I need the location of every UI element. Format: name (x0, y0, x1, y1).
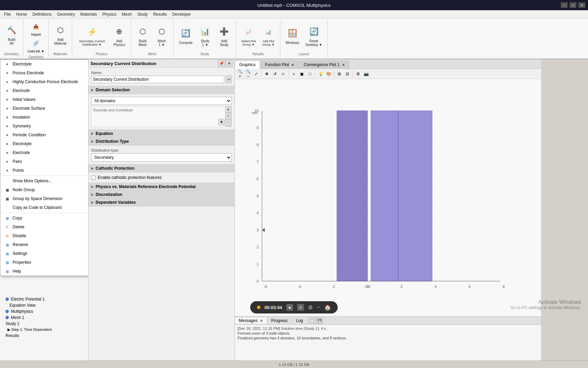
ctx-node-group[interactable]: ▦ Node Group (0, 185, 88, 194)
ctx-points[interactable]: ● Points (0, 166, 88, 175)
log-tab-progress[interactable]: Progress (267, 318, 292, 324)
menu-definitions[interactable]: Definitions (30, 11, 54, 17)
name-ok-button[interactable]: ⏎ (226, 76, 232, 83)
menu-mesh[interactable]: Mesh (119, 11, 134, 17)
ctx-electrolyte[interactable]: ● Electrolyte (0, 60, 88, 68)
cross-btn[interactable]: ✚ (218, 119, 225, 125)
reset-desktop-button[interactable]: 🔄 ResetDesktop ▼ (303, 22, 325, 50)
tree-equation-view[interactable]: Equation View (0, 302, 88, 308)
build-all-button[interactable]: 🔨 BuildAll (3, 21, 20, 48)
zoom-in-button[interactable]: 🔍+ (236, 70, 244, 78)
add-physics-button[interactable]: ⊕ AddPhysics (110, 22, 128, 50)
ctx-settings[interactable]: ▦ Settings (0, 249, 88, 258)
ctx-group-space[interactable]: ▦ Group by Space Dimension (0, 194, 88, 203)
mesh-1-button[interactable]: ⬡ Mesh1 ▼ (153, 22, 170, 50)
compute-button[interactable]: 🔄 Compute (176, 22, 195, 50)
tree-study1[interactable]: Study 1 (0, 321, 88, 327)
tab-graphics[interactable]: Graphics (235, 61, 260, 69)
side-btn-1[interactable]: ✦ (225, 107, 231, 113)
study-1-button[interactable]: 📊 Study1 ▼ (196, 22, 214, 50)
tab-convergence[interactable]: Convergence Plot 1 ✕ (299, 61, 349, 68)
tree-time-dependent[interactable]: ▶ Step 1: Time Dependent (0, 327, 88, 333)
domain-dropdown[interactable]: All domains (91, 97, 232, 105)
light-button[interactable]: 💡 (317, 70, 324, 78)
tab-function-close[interactable]: ✕ (291, 63, 294, 67)
ctx-pairs[interactable]: ● Pairs (0, 157, 88, 166)
grid-button[interactable]: ⊟ (344, 70, 351, 78)
ctx-copy[interactable]: ▦ Copy (0, 214, 88, 223)
build-mesh-button[interactable]: ⬡ BuildMesh (134, 22, 151, 50)
screenshot-button[interactable]: 📷 (362, 70, 370, 78)
ctx-rename[interactable]: ▦ Rename F2 (0, 240, 88, 249)
menu-geometry[interactable]: Geometry (54, 11, 78, 17)
add-material-button[interactable]: ⬡ AddMaterial (51, 21, 69, 48)
progress-minus-icon[interactable]: − (317, 304, 320, 310)
tree-multiphysics[interactable]: Multiphysics (0, 308, 88, 315)
ctx-electrode-surface[interactable]: ● Electrode Surface (0, 104, 88, 113)
menu-results[interactable]: Results (150, 11, 169, 17)
ctx-electrode-sub[interactable]: ● Electrode (0, 148, 88, 157)
menu-study[interactable]: Study (134, 11, 150, 17)
progress-pause-button[interactable]: ⏸ (297, 304, 304, 311)
ctx-periodic[interactable]: ● Periodic Condition (0, 131, 88, 139)
progress-settings-icon[interactable]: ⚙ (308, 304, 313, 311)
ctx-symmetry[interactable]: ● Symmetry (0, 122, 88, 131)
log-tab-messages[interactable]: Messages ✕ (235, 318, 267, 324)
zoom-out-button[interactable]: 🔍− (244, 70, 252, 78)
pan-button[interactable]: ✥ (263, 70, 271, 78)
side-btn-3[interactable]: − (225, 120, 231, 126)
physics-materials-header[interactable]: Physics vs. Materials Reference Electrod… (88, 183, 234, 191)
livelink-button[interactable]: 🔗 LiveLink ▼ (26, 38, 46, 54)
secondary-current-button[interactable]: ⚡ Secondary CurrentDistribution ▼ (75, 22, 109, 50)
protection-header[interactable]: Cathodic Protection (88, 165, 234, 172)
view-button[interactable]: ● (290, 70, 297, 78)
progress-stop-button[interactable]: ■ (286, 304, 293, 311)
wireframe-button[interactable]: □ (306, 70, 314, 78)
ctx-delete[interactable]: ✕ Delete Del (0, 223, 88, 231)
minimize-button[interactable]: − (561, 2, 568, 8)
domain-selection-header[interactable]: Domain Selection (88, 86, 234, 94)
cathodic-checkbox[interactable] (91, 175, 96, 180)
menu-developer[interactable]: Developer (169, 11, 194, 17)
menu-file[interactable]: File (1, 11, 13, 17)
surface-button[interactable]: ◼ (298, 70, 306, 78)
ctx-electrode[interactable]: ● Electrode (0, 86, 88, 95)
dist-type-header[interactable]: Distribution Type (88, 138, 234, 145)
import-button[interactable]: 📥 Import (26, 21, 46, 37)
ctx-help[interactable]: ▦ Help F1 (0, 267, 88, 276)
ctx-initial-values[interactable]: ● Initial Values (0, 95, 88, 104)
dependent-variables-header[interactable]: Dependent Variables (88, 199, 234, 206)
ctx-porous-electrode[interactable]: ● Porous Electrode (0, 68, 88, 77)
ctx-properties[interactable]: ▦ Properties (0, 258, 88, 267)
tab-function-plot[interactable]: Function Plot ✕ (261, 61, 298, 68)
close-button[interactable]: ✕ (578, 2, 585, 8)
maximize-button[interactable]: □ (570, 2, 576, 8)
select-button[interactable]: ⊹ (279, 70, 287, 78)
add-study-button[interactable]: ➕ AddStudy (215, 22, 233, 50)
name-input[interactable] (91, 76, 224, 83)
rotate-button[interactable]: ↺ (271, 70, 279, 78)
side-btn-4[interactable]: ⬆ (225, 126, 231, 127)
discretization-header[interactable]: Discretization (88, 191, 234, 199)
dist-dropdown[interactable]: Secondary (91, 153, 232, 162)
menu-physics[interactable]: Physics (100, 11, 119, 17)
ctx-electrolyte-sub[interactable]: ● Electrolyte (0, 139, 88, 148)
log-save-button[interactable]: 💾 (316, 318, 323, 324)
tab-convergence-close[interactable]: ✕ (342, 63, 345, 67)
menu-home[interactable]: Home (13, 11, 30, 17)
progress-home-icon[interactable]: 🏠 (324, 304, 331, 311)
menu-materials[interactable]: Materials (78, 11, 100, 17)
tree-mesh1[interactable]: Mesh 1 (0, 315, 88, 321)
messages-close[interactable]: ✕ (260, 319, 263, 323)
ctx-show-more[interactable]: Show More Options... (0, 177, 88, 185)
add-plot-group-button[interactable]: 📊 Add PlotGroup ▼ (260, 22, 277, 50)
settings-button[interactable]: ⚙ (354, 70, 362, 78)
select-plot-group-button[interactable]: 📈 Select PlotGroup ▼ (239, 22, 258, 50)
ctx-hcpe[interactable]: ● Highly Conductive Porous Electrode (0, 77, 88, 86)
zoom-extents-button[interactable]: ⤢ (252, 70, 260, 78)
log-export-button[interactable]: 📋 (309, 318, 315, 324)
center-close-button[interactable]: ✕ (226, 60, 232, 67)
tree-results[interactable]: Results (0, 333, 88, 339)
side-btn-2[interactable]: + (225, 113, 231, 119)
log-tab-log[interactable]: Log (292, 318, 307, 324)
